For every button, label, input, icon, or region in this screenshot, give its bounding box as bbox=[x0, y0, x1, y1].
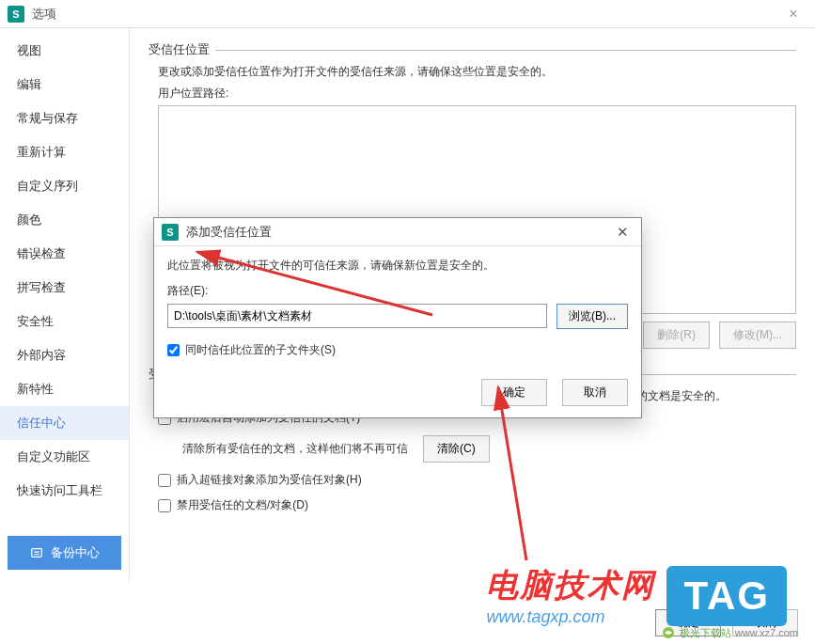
svg-rect-0 bbox=[31, 549, 41, 558]
sidebar-item-6[interactable]: 错误检查 bbox=[0, 237, 129, 271]
sidebar-item-13[interactable]: 快速访问工具栏 bbox=[0, 474, 129, 508]
app-icon: S bbox=[162, 224, 179, 241]
add-trusted-location-dialog: S 添加受信任位置 ✕ 此位置将被视为打开文件的可信任来源，请确保新位置是安全的… bbox=[153, 217, 642, 418]
modal-close-icon[interactable]: ✕ bbox=[611, 224, 634, 241]
browse-button[interactable]: 浏览(B)... bbox=[556, 304, 628, 329]
watermark-url: www.tagxp.com bbox=[486, 607, 655, 627]
chk-disable[interactable]: 禁用受信任的文档/对象(D) bbox=[158, 497, 796, 513]
site-logo-icon bbox=[661, 625, 676, 640]
modify-button[interactable]: 修改(M)... bbox=[719, 322, 796, 349]
clear-button[interactable]: 清除(C) bbox=[423, 435, 490, 463]
sidebar-item-12[interactable]: 自定义功能区 bbox=[0, 440, 129, 474]
watermark: 电脑技术网 www.tagxp.com TAG bbox=[486, 564, 787, 627]
chk-hyperlink-box[interactable] bbox=[158, 474, 171, 487]
window-titlebar: S 选项 × bbox=[0, 0, 815, 28]
sidebar-item-5[interactable]: 颜色 bbox=[0, 203, 129, 237]
sidebar-item-8[interactable]: 安全性 bbox=[0, 305, 129, 338]
watermark-tag: TAG bbox=[666, 566, 787, 626]
sidebar-item-0[interactable]: 视图 bbox=[0, 34, 129, 68]
chk-hyperlink[interactable]: 插入超链接对象添加为受信任对象(H) bbox=[158, 472, 796, 488]
sidebar-item-10[interactable]: 新特性 bbox=[0, 372, 129, 406]
chk-hyperlink-label: 插入超链接对象添加为受信任对象(H) bbox=[177, 472, 362, 488]
sidebar-item-4[interactable]: 自定义序列 bbox=[0, 169, 129, 203]
path-input[interactable] bbox=[167, 304, 547, 328]
sidebar-item-9[interactable]: 外部内容 bbox=[0, 338, 129, 372]
sidebar-item-11[interactable]: 信任中心 bbox=[0, 406, 129, 440]
chk-subfolders-box[interactable] bbox=[167, 344, 180, 356]
modal-title: 添加受信任位置 bbox=[186, 224, 611, 241]
sidebar-item-3[interactable]: 重新计算 bbox=[0, 135, 129, 169]
chk-subfolders-label: 同时信任此位置的子文件夹(S) bbox=[185, 342, 336, 358]
app-icon: S bbox=[8, 6, 24, 23]
sidebar-item-2[interactable]: 常规与保存 bbox=[0, 102, 129, 135]
modal-cancel-button[interactable]: 取消 bbox=[562, 379, 628, 406]
divider bbox=[215, 50, 796, 51]
watermark-site: 极光下载站 www.xz7.com bbox=[661, 625, 798, 640]
sidebar: 视图编辑常规与保存重新计算自定义序列颜色错误检查拼写检查安全性外部内容新特性信任… bbox=[0, 28, 130, 583]
backup-center-button[interactable]: 备份中心 bbox=[8, 536, 121, 570]
watermark-title: 电脑技术网 bbox=[486, 564, 655, 607]
path-field-label: 路径(E): bbox=[167, 283, 628, 299]
backup-label: 备份中心 bbox=[51, 544, 100, 561]
chk-disable-label: 禁用受信任的文档/对象(D) bbox=[177, 497, 308, 513]
window-title: 选项 bbox=[32, 6, 779, 23]
sidebar-item-1[interactable]: 编辑 bbox=[0, 68, 129, 102]
chk-disable-box[interactable] bbox=[158, 499, 171, 512]
delete-button[interactable]: 删除(R) bbox=[643, 322, 710, 349]
user-path-label: 用户位置路径: bbox=[158, 86, 796, 102]
backup-icon bbox=[30, 546, 43, 559]
clear-text: 清除所有受信任的文档，这样他们将不再可信 bbox=[182, 441, 408, 457]
modal-desc: 此位置将被视为打开文件的可信任来源，请确保新位置是安全的。 bbox=[167, 258, 628, 274]
trusted-locations-title: 受信任位置 bbox=[149, 41, 215, 58]
chk-subfolders[interactable]: 同时信任此位置的子文件夹(S) bbox=[167, 342, 628, 358]
modal-ok-button[interactable]: 确定 bbox=[481, 379, 547, 406]
close-icon[interactable]: × bbox=[779, 0, 807, 28]
sidebar-item-7[interactable]: 拼写检查 bbox=[0, 271, 129, 305]
trusted-desc: 更改或添加受信任位置作为打开文件的受信任来源，请确保这些位置是安全的。 bbox=[158, 64, 796, 80]
